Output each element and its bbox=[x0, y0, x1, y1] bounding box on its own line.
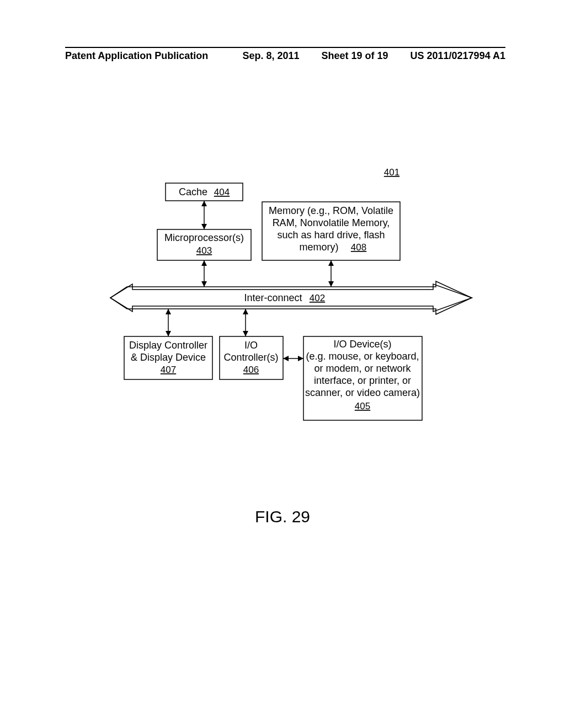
header-date: Sep. 8, 2011 bbox=[242, 50, 299, 62]
ref-system: 401 bbox=[384, 167, 399, 178]
arrowhead-icon bbox=[283, 356, 289, 361]
arrowhead-icon bbox=[166, 331, 171, 336]
header-docnum: US 2011/0217994 A1 bbox=[411, 50, 505, 62]
page-header: Patent Application Publication Sep. 8, 2… bbox=[65, 47, 505, 62]
display-l2: & Display Device bbox=[131, 352, 206, 363]
arrowhead-icon bbox=[243, 309, 248, 314]
header-title: Patent Application Publication bbox=[65, 50, 242, 62]
interconnect-label: Inter-connect bbox=[244, 292, 302, 303]
display-l1: Display Controller bbox=[129, 340, 207, 351]
ioctrl-l1: I/O bbox=[244, 340, 258, 351]
page: Patent Application Publication Sep. 8, 2… bbox=[0, 0, 565, 728]
arrowhead-icon bbox=[201, 260, 207, 266]
arrowhead-icon bbox=[328, 260, 334, 266]
micro-ref: 403 bbox=[196, 245, 212, 256]
memory-l1: Memory (e.g., ROM, Volatile bbox=[269, 205, 393, 216]
iodev-l5: scanner, or video camera) bbox=[305, 387, 420, 398]
arrowhead-icon bbox=[201, 201, 207, 206]
arrowhead-icon bbox=[243, 331, 248, 336]
ioctrl-ref: 406 bbox=[243, 365, 259, 375]
memory-l4: memory) bbox=[300, 242, 339, 253]
micro-label: Microprocessor(s) bbox=[164, 232, 244, 243]
header-sheet: Sheet 19 of 19 bbox=[321, 50, 388, 62]
iodev-l1: I/O Device(s) bbox=[333, 339, 391, 350]
memory-ref: 408 bbox=[351, 242, 366, 253]
block-diagram: 401 Cache 404 Microprocessor(s) 403 Memo… bbox=[127, 171, 480, 458]
iodev-l4: interface, or printer, or bbox=[314, 375, 411, 386]
arrowhead-icon bbox=[298, 356, 303, 361]
arrowhead-icon bbox=[166, 309, 171, 314]
iodev-ref: 405 bbox=[355, 401, 370, 411]
memory-l2: RAM, Nonvolatile Memory, bbox=[273, 217, 390, 228]
figure-caption: FIG. 29 bbox=[0, 507, 565, 526]
arrowhead-icon bbox=[201, 281, 207, 287]
memory-l3: such as hard drive, flash bbox=[277, 229, 385, 240]
ioctrl-l2: Controller(s) bbox=[223, 352, 278, 363]
diagram-svg: 401 Cache 404 Microprocessor(s) 403 Memo… bbox=[127, 171, 480, 458]
cache-ref: 404 bbox=[214, 187, 230, 197]
display-ref: 407 bbox=[161, 365, 176, 375]
arrowhead-icon bbox=[328, 281, 334, 287]
iodev-l2: (e.g. mouse, or keyboard, bbox=[306, 351, 419, 362]
cache-label: Cache bbox=[179, 186, 207, 197]
interconnect-ref: 402 bbox=[310, 293, 325, 303]
iodev-l3: or modem, or network bbox=[314, 363, 411, 374]
arrowhead-icon bbox=[201, 224, 207, 229]
